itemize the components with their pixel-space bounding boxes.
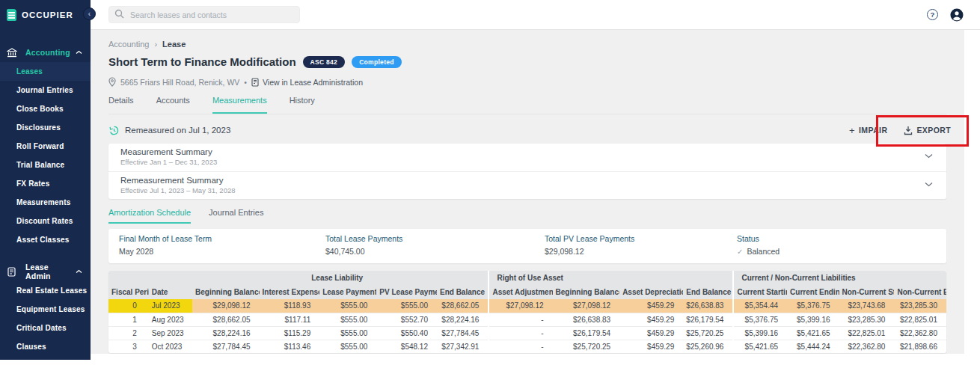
- sidebar-item-close-books[interactable]: Close Books: [0, 99, 91, 118]
- sidebar-item-leases[interactable]: Leases: [0, 62, 91, 81]
- status-badge: Completed: [352, 56, 402, 68]
- group-lease-liability: Lease Liability: [192, 271, 489, 285]
- export-button[interactable]: EXPORT: [904, 126, 951, 135]
- accordion-title: Measurement Summary: [120, 147, 934, 156]
- sidebar-item-real-estate-leases[interactable]: Real Estate Leases: [0, 281, 91, 300]
- sidebar-item-roll-forward[interactable]: Roll Forward: [0, 137, 91, 156]
- sidebar-item-asset-classes[interactable]: Asset Classes: [0, 230, 91, 249]
- sidebar-item-clauses[interactable]: Clauses: [0, 337, 91, 356]
- breadcrumb-current: Lease: [162, 40, 186, 49]
- main-content: Accounting › Lease Short Term to Finance…: [91, 30, 964, 354]
- sidebar-item-disclosures[interactable]: Disclosures: [0, 118, 91, 137]
- sidebar-item-fx-rates[interactable]: FX Rates: [0, 174, 91, 193]
- table-row-period-2[interactable]: 2 Sep 2023 $28,224.16 $115.29 $555.00 $5…: [108, 326, 946, 340]
- tab-measurements[interactable]: Measurements: [212, 96, 267, 114]
- tab-details[interactable]: Details: [108, 96, 134, 114]
- sidebar-item-critical-dates[interactable]: Critical Dates: [0, 319, 91, 337]
- col-fiscal-period: Fiscal Period: [108, 285, 149, 299]
- subtab-amortization-schedule[interactable]: Amortization Schedule: [108, 208, 191, 224]
- stat-status: Status ✓ Balanced: [737, 234, 787, 263]
- accordion-subtitle: Effective Jan 1 – Dec 31, 2023: [120, 158, 934, 166]
- search-icon: [114, 9, 124, 19]
- accordion-title: Remeasurement Summary: [120, 176, 934, 185]
- remeasured-status: Remeasured on Jul 1, 2023: [108, 125, 230, 136]
- view-in-lease-admin-link[interactable]: View in Lease Administration: [251, 78, 363, 87]
- column-header-row: Fiscal Period Date Beginning Balance Int…: [108, 285, 946, 299]
- stat-total-lease-payments: Total Lease Payments $40,745.00: [325, 234, 545, 263]
- summary-accordion: Measurement Summary Effective Jan 1 – De…: [108, 144, 946, 199]
- group-header-row: Lease Liability Right of Use Asset Curre…: [108, 271, 946, 285]
- accordion-subtitle: Effective Jul 1, 2023 – May 31, 2028: [120, 186, 934, 194]
- occupier-logo-icon: [7, 9, 16, 21]
- schedule-subtabs: Amortization Schedule Journal Entries: [108, 208, 263, 224]
- breadcrumb-parent[interactable]: Accounting: [108, 40, 149, 49]
- col-noncurrent-starting: Non-Current Starting: [839, 285, 895, 299]
- amortization-table: Lease Liability Right of Use Asset Curre…: [108, 271, 946, 353]
- location-pin-icon: [108, 77, 116, 87]
- user-avatar[interactable]: [950, 8, 964, 22]
- toolbar-actions: + IMPAIR EXPORT: [849, 125, 951, 136]
- stat-total-pv-lease-payments: Total PV Lease Payments $29,098.12: [545, 234, 737, 263]
- history-clock-icon: [108, 125, 120, 136]
- table-row-period-1[interactable]: 1 Aug 2023 $28,662.05 $117.11 $555.00 $5…: [108, 313, 946, 326]
- building-icon: [251, 78, 259, 87]
- breadcrumb-separator-icon: ›: [154, 40, 157, 49]
- chevron-down-icon[interactable]: [925, 153, 933, 159]
- sidebar-item-equipment-leases[interactable]: Equipment Leases: [0, 300, 91, 319]
- lease-address: 5665 Friars Hill Road, Renick, WV: [120, 78, 239, 87]
- table-row-period-0[interactable]: 0 Jul 2023 $29,098.12 $118.93 $555.00 $5…: [108, 299, 946, 313]
- sidebar-item-financials[interactable]: Financials: [0, 356, 91, 368]
- sidebar: OCCUPIER Accounting Leases Journal Entri…: [0, 0, 91, 360]
- bank-icon: [6, 48, 17, 58]
- download-icon: [904, 126, 913, 135]
- subtab-journal-entries[interactable]: Journal Entries: [209, 208, 263, 224]
- col-date: Date: [149, 285, 192, 299]
- nav-section-accounting[interactable]: Accounting: [0, 45, 91, 60]
- group-current-noncurrent: Current / Non-Current Liabilities: [733, 271, 946, 285]
- col-rou-end-balance: End Balance: [683, 285, 733, 299]
- measurement-toolbar: Remeasured on Jul 1, 2023 + IMPAIR EXPOR…: [108, 123, 958, 138]
- tab-accounts[interactable]: Accounts: [156, 96, 190, 114]
- breadcrumb: Accounting › Lease: [108, 40, 186, 49]
- chevron-down-icon[interactable]: [925, 182, 933, 187]
- col-rou-beginning-balance: Beginning Balance: [553, 285, 620, 299]
- measurement-summary-row[interactable]: Measurement Summary Effective Jan 1 – De…: [108, 144, 946, 171]
- sidebar-collapse-button[interactable]: ‹: [83, 7, 96, 20]
- stat-final-month: Final Month of Lease Term May 2028: [119, 234, 325, 263]
- nav-section-label: Accounting: [25, 48, 76, 57]
- col-ll-beginning-balance: Beginning Balance: [192, 285, 260, 299]
- document-icon: [6, 267, 17, 277]
- sidebar-item-trial-balance[interactable]: Trial Balance: [0, 156, 91, 174]
- sidebar-item-measurements[interactable]: Measurements: [0, 193, 91, 212]
- col-asset-adjustment: Asset Adjustment: [489, 285, 552, 299]
- tab-history[interactable]: History: [290, 96, 315, 114]
- sidebar-item-discount-rates[interactable]: Discount Rates: [0, 212, 91, 230]
- nav-list-accounting: Leases Journal Entries Close Books Discl…: [0, 62, 91, 249]
- brand-logo: OCCUPIER: [0, 0, 91, 30]
- schedule-summary-card: Final Month of Lease Term May 2028 Total…: [108, 229, 946, 263]
- app-window: OCCUPIER Accounting Leases Journal Entri…: [0, 0, 980, 368]
- check-icon: ✓: [737, 248, 743, 256]
- page-title: Short Term to Finance Modification: [108, 55, 296, 68]
- col-interest-expense: Interest Expense: [260, 285, 320, 299]
- dot-separator-icon: •: [244, 78, 247, 87]
- col-lease-payment: Lease Payment: [319, 285, 376, 299]
- sidebar-item-journal-entries[interactable]: Journal Entries: [0, 81, 91, 99]
- impair-button[interactable]: + IMPAIR: [849, 125, 887, 136]
- chevron-up-icon: [76, 50, 85, 55]
- nav-section-lease-admin[interactable]: Lease Admin: [0, 264, 91, 279]
- help-icon[interactable]: ?: [927, 9, 938, 20]
- col-ll-end-balance: End Balance: [437, 285, 489, 299]
- table-row-period-3[interactable]: 3 Oct 2023 $27,784.45 $113.46 $555.00 $5…: [108, 340, 946, 353]
- topbar-icons: ?: [927, 8, 964, 22]
- remeasurement-summary-row[interactable]: Remeasurement Summary Effective Jul 1, 2…: [108, 171, 946, 199]
- topbar: ?: [91, 0, 980, 30]
- search-bar: [108, 6, 300, 23]
- standard-badge: ASC 842: [303, 56, 346, 68]
- nav-list-lease-admin: Real Estate Leases Equipment Leases Crit…: [0, 281, 91, 368]
- location-row: 5665 Friars Hill Road, Renick, WV • View…: [108, 77, 363, 87]
- col-current-starting: Current Starting: [733, 285, 787, 299]
- search-input[interactable]: [108, 6, 300, 23]
- group-right-of-use-asset: Right of Use Asset: [489, 271, 733, 285]
- col-noncurrent-ending: Non-Current Ending: [894, 285, 946, 299]
